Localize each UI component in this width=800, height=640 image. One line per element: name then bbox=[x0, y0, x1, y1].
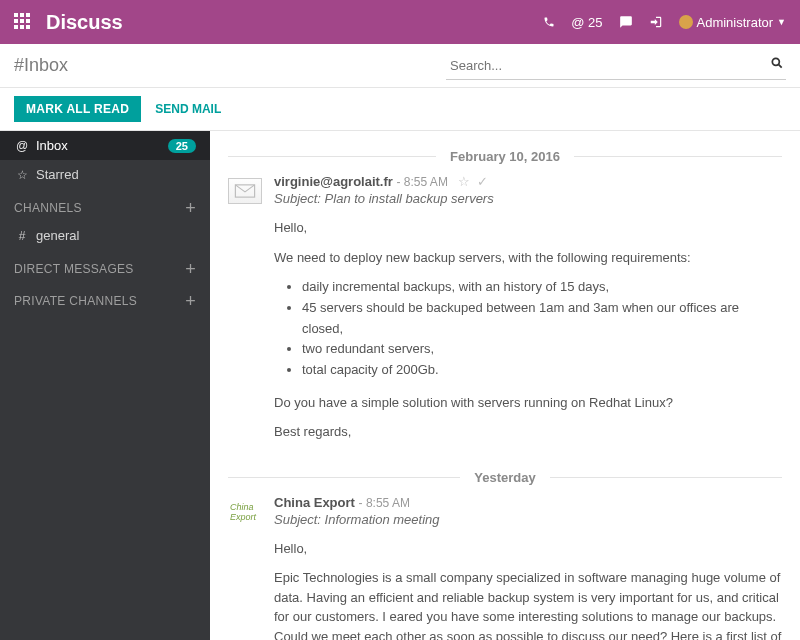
avatar-icon bbox=[679, 15, 693, 29]
message-text: Hello, bbox=[274, 539, 782, 559]
check-icon[interactable]: ✓ bbox=[477, 174, 488, 189]
message-text: Epic Technologies is a small company spe… bbox=[274, 568, 782, 640]
search-icon[interactable] bbox=[770, 56, 784, 70]
apps-grid-icon[interactable] bbox=[14, 13, 32, 31]
chevron-down-icon: ▼ bbox=[777, 17, 786, 27]
message-time: - 8:55 AM bbox=[359, 496, 410, 510]
sidebar-item-starred[interactable]: ☆ Starred bbox=[0, 160, 210, 189]
message-subject: Subject: Information meeting bbox=[274, 512, 782, 527]
message-text: Best regards, bbox=[274, 422, 782, 442]
systray: @ 25 Administrator ▼ bbox=[543, 15, 786, 30]
search-input[interactable] bbox=[446, 52, 786, 80]
add-dm-icon[interactable]: + bbox=[185, 263, 196, 275]
sidebar-heading-dm: DIRECT MESSAGES + bbox=[0, 250, 210, 282]
phone-icon[interactable] bbox=[543, 16, 555, 28]
date-separator: February 10, 2016 bbox=[228, 149, 782, 164]
sidebar-item-label: Inbox bbox=[36, 138, 68, 153]
user-menu[interactable]: Administrator ▼ bbox=[679, 15, 787, 30]
logout-icon[interactable] bbox=[649, 15, 663, 29]
message-text: We need to deploy new backup servers, wi… bbox=[274, 248, 782, 268]
message-subject: Subject: Plan to install backup servers bbox=[274, 191, 782, 206]
message-time: - 8:55 AM bbox=[397, 175, 448, 189]
at-icon: @ bbox=[14, 139, 30, 153]
messaging-icon[interactable] bbox=[619, 15, 633, 29]
sidebar-heading-channels: CHANNELS + bbox=[0, 189, 210, 221]
actionbar: MARK ALL READ SEND MAIL bbox=[0, 88, 800, 131]
message-list: February 10, 2016 virginie@agrolait.fr -… bbox=[210, 131, 800, 640]
user-name: Administrator bbox=[697, 15, 774, 30]
topbar: Discuss @ 25 Administrator ▼ bbox=[0, 0, 800, 44]
send-mail-button[interactable]: SEND MAIL bbox=[155, 102, 221, 116]
sidebar-item-label: general bbox=[36, 228, 79, 243]
star-icon: ☆ bbox=[14, 168, 30, 182]
envelope-icon bbox=[228, 178, 262, 204]
message: ChinaExport China Export - 8:55 AM Subje… bbox=[228, 495, 782, 640]
mentions-count[interactable]: @ 25 bbox=[571, 15, 602, 30]
sidebar-item-general[interactable]: # general bbox=[0, 221, 210, 250]
message: virginie@agrolait.fr - 8:55 AM ☆ ✓ Subje… bbox=[228, 174, 782, 452]
sidebar-item-label: Starred bbox=[36, 167, 79, 182]
add-channel-icon[interactable]: + bbox=[185, 202, 196, 214]
message-from[interactable]: China Export bbox=[274, 495, 355, 510]
hash-icon: # bbox=[14, 229, 30, 243]
message-list-items: daily incremental backups, with an histo… bbox=[302, 277, 782, 381]
message-text: Do you have a simple solution with serve… bbox=[274, 393, 782, 413]
page-title: #Inbox bbox=[14, 55, 68, 76]
date-separator: Yesterday bbox=[228, 470, 782, 485]
subbar: #Inbox bbox=[0, 44, 800, 88]
svg-line-1 bbox=[778, 64, 781, 67]
inbox-badge: 25 bbox=[168, 139, 196, 153]
mark-all-read-button[interactable]: MARK ALL READ bbox=[14, 96, 141, 122]
message-from[interactable]: virginie@agrolait.fr bbox=[274, 174, 393, 189]
message-text: Hello, bbox=[274, 218, 782, 238]
app-title: Discuss bbox=[46, 11, 123, 34]
star-outline-icon[interactable]: ☆ bbox=[458, 174, 470, 189]
sidebar-item-inbox[interactable]: @ Inbox 25 bbox=[0, 131, 210, 160]
company-logo-icon: ChinaExport bbox=[228, 499, 262, 525]
svg-point-0 bbox=[772, 58, 779, 65]
add-private-icon[interactable]: + bbox=[185, 295, 196, 307]
sidebar: @ Inbox 25 ☆ Starred CHANNELS + # genera… bbox=[0, 131, 210, 640]
sidebar-heading-private: PRIVATE CHANNELS + bbox=[0, 282, 210, 314]
search-wrap bbox=[446, 52, 786, 80]
